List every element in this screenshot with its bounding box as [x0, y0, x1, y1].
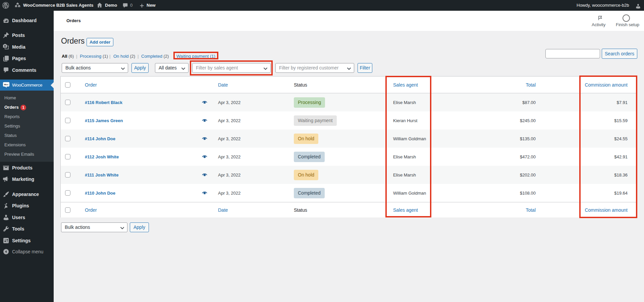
- svg-text:Woo: Woo: [4, 83, 8, 86]
